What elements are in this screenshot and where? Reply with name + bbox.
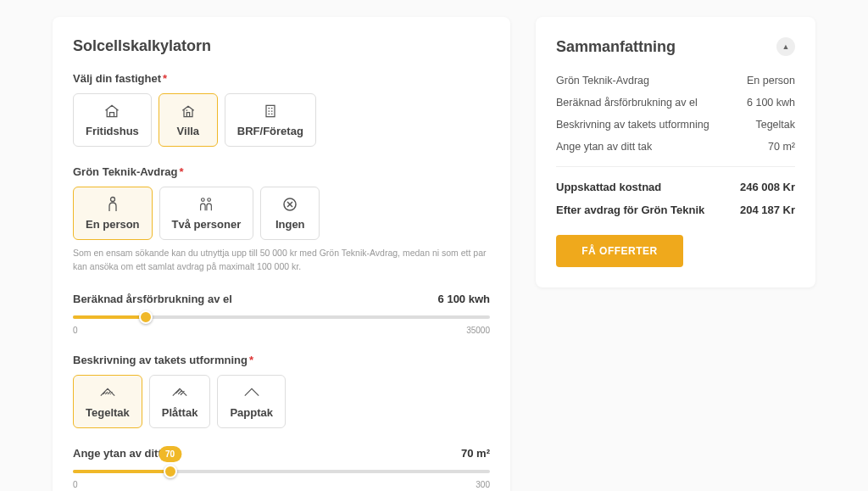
summary-total-row: Uppskattad kostnad 246 008 Kr bbox=[556, 176, 795, 198]
svg-point-2 bbox=[202, 198, 205, 202]
property-option-brf[interactable]: BRF/Företag bbox=[225, 93, 316, 147]
roof-tile-icon bbox=[99, 384, 116, 401]
cabin-icon bbox=[103, 103, 120, 120]
deduction-helper: Som en ensam sökande kan du utnyttja upp… bbox=[73, 247, 490, 274]
roof-option-papp[interactable]: Papptak bbox=[217, 375, 286, 428]
deduction-option-one[interactable]: En person bbox=[73, 187, 153, 240]
area-max: 300 bbox=[476, 480, 490, 489]
house-icon bbox=[180, 103, 197, 120]
area-tooltip: 70 bbox=[159, 446, 181, 462]
deduction-field: Grön Teknik-Avdrag* En person Två person… bbox=[73, 165, 490, 274]
property-option-fritidshus[interactable]: Fritidshus bbox=[73, 93, 152, 147]
summary-row: Beräknad årsförbrukning av el 6 100 kwh bbox=[556, 92, 795, 114]
area-min: 0 bbox=[73, 480, 78, 489]
get-offers-button[interactable]: FÅ OFFERTER bbox=[556, 235, 683, 267]
calculator-card: Solcellskalkylatorn Välj din fastighet* … bbox=[53, 17, 510, 491]
calculator-title: Solcellskalkylatorn bbox=[73, 37, 490, 55]
summary-title: Sammanfattning bbox=[556, 38, 676, 56]
divider bbox=[556, 166, 795, 167]
consumption-value: 6 100 kwh bbox=[438, 293, 490, 305]
chevron-up-icon: ▲ bbox=[782, 42, 790, 51]
consumption-slider-thumb[interactable] bbox=[139, 310, 153, 324]
deduction-label: Grön Teknik-Avdrag* bbox=[73, 165, 490, 178]
consumption-field: Beräknad årsförbrukning av el 6 100 kwh … bbox=[73, 293, 490, 335]
consumption-label: Beräknad årsförbrukning av el bbox=[73, 293, 232, 305]
roof-option-plat[interactable]: Plåttak bbox=[149, 375, 211, 428]
summary-row: Ange ytan av ditt tak 70 m² bbox=[556, 136, 795, 158]
roof-option-tegel[interactable]: Tegeltak bbox=[73, 375, 142, 428]
property-field: Välj din fastighet* Fritidshus Villa bbox=[73, 72, 490, 147]
summary-card: Sammanfattning ▲ Grön Teknik-Avdrag En p… bbox=[536, 17, 815, 287]
area-value: 70 m² bbox=[461, 447, 490, 460]
deduction-option-none[interactable]: Ingen bbox=[260, 187, 320, 240]
building-icon bbox=[262, 103, 279, 120]
people-icon bbox=[198, 196, 214, 213]
consumption-slider[interactable] bbox=[73, 315, 490, 319]
area-field: Ange ytan av ditt tak 70 m² 70 0 300 Yta… bbox=[73, 447, 490, 492]
area-slider-thumb[interactable] bbox=[164, 465, 177, 478]
property-label: Välj din fastighet* bbox=[73, 72, 490, 85]
person-icon bbox=[104, 196, 121, 213]
deduction-option-two[interactable]: Två personer bbox=[159, 187, 254, 240]
roof-label: Beskrivning av takets utformning* bbox=[73, 354, 490, 366]
roof-metal-icon bbox=[171, 384, 188, 401]
svg-point-3 bbox=[208, 198, 211, 202]
consumption-max: 35000 bbox=[466, 326, 490, 335]
property-option-villa[interactable]: Villa bbox=[159, 93, 218, 147]
summary-total-row: Efter avdrag för Grön Teknik 204 187 Kr bbox=[556, 198, 795, 221]
consumption-min: 0 bbox=[73, 326, 78, 335]
roof-felt-icon bbox=[243, 384, 260, 401]
area-slider[interactable]: 70 bbox=[73, 470, 490, 473]
roof-field: Beskrivning av takets utformning* Tegelt… bbox=[73, 354, 490, 428]
collapse-button[interactable]: ▲ bbox=[776, 37, 795, 56]
svg-point-1 bbox=[110, 198, 114, 202]
summary-row: Beskrivning av takets utformning Tegelta… bbox=[556, 114, 795, 136]
svg-rect-0 bbox=[266, 105, 275, 116]
summary-row: Grön Teknik-Avdrag En person bbox=[556, 70, 795, 92]
none-icon bbox=[281, 196, 298, 213]
